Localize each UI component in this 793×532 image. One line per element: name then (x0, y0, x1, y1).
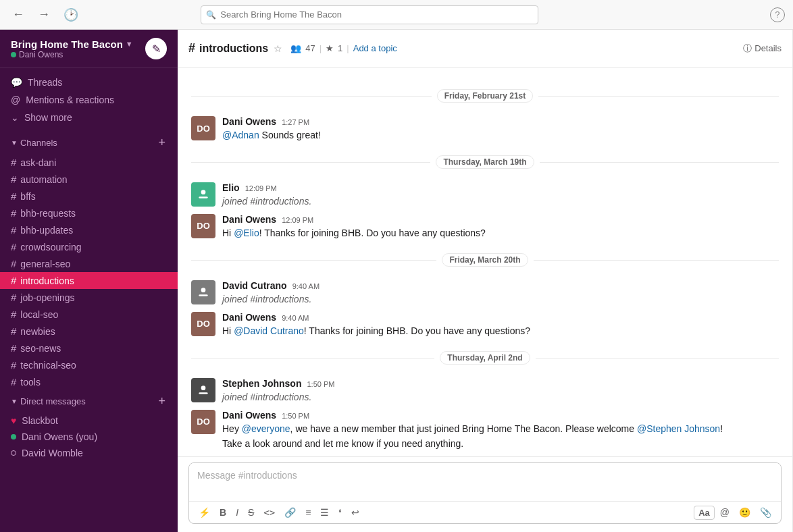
hash-icon: # (11, 325, 16, 337)
message-toolbar: ⚡ B I S <> 🔗 ≡ ☰ ❛ ↩ Aa @ 🙂 📎 (189, 501, 781, 523)
channel-item-bhb-requests[interactable]: # bhb-requests (0, 205, 178, 221)
help-button[interactable]: ? (770, 7, 785, 22)
message-text-2: Take a look around and let me know if yo… (222, 437, 779, 450)
sidebar-item-show-more[interactable]: ⌄ Show more (0, 109, 178, 126)
date-divider-feb21: Friday, February 21st (191, 89, 779, 103)
channels-section: ▼ Channels + # ask-dani # automation # b… (0, 132, 178, 390)
hash-icon: # (11, 258, 16, 269)
svg-rect-5 (199, 393, 207, 395)
join-text: joined #introductions. (222, 390, 779, 404)
blockquote-button[interactable]: ❛ (334, 504, 346, 521)
channel-item-local-seo[interactable]: # local-seo (0, 306, 178, 323)
dm-section: ▼ Direct messages + ♥ Slackbot Dani Owen… (0, 390, 178, 461)
channel-item-seo-news[interactable]: # seo-news (0, 340, 178, 356)
hash-icon: # (11, 157, 16, 168)
message-text: Hi @Elio! Thanks for joining BHB. Do you… (222, 226, 779, 240)
hash-icon: # (11, 224, 16, 236)
undo-button[interactable]: ↩ (347, 504, 363, 521)
compose-button[interactable]: ✎ (145, 38, 167, 59)
main-layout: Bring Home The Bacon ▼ Dani Owens ✎ 💬 Th… (0, 30, 793, 532)
hash-icon: # (11, 292, 16, 303)
message-group-dani-elio: DO Dani Owens 12:09 PM Hi @Elio! Thanks … (178, 211, 792, 242)
attachment-button[interactable]: 📎 (756, 504, 775, 521)
forward-button[interactable]: → (34, 5, 54, 24)
format-toggle-button[interactable]: Aa (694, 506, 715, 520)
svg-rect-1 (199, 197, 207, 199)
link-button[interactable]: 🔗 (280, 504, 300, 521)
bookmark-icon: ★ (326, 43, 334, 53)
sidebar-item-mentions[interactable]: @ Mentions & reactions (0, 91, 178, 109)
ordered-list-button[interactable]: ≡ (301, 504, 315, 521)
workspace-chevron-icon: ▼ (126, 40, 133, 48)
avatar: DO (191, 410, 215, 434)
avatar: DO (191, 214, 215, 238)
add-channel-button[interactable]: + (157, 136, 167, 150)
channel-item-ask-dani[interactable]: # ask-dani (0, 154, 178, 171)
dm-item-david-womble[interactable]: David Womble (0, 445, 178, 461)
message-group: DO Dani Owens 1:27 PM @Adnan Sounds grea… (178, 113, 792, 144)
message-group-dani-david: DO Dani Owens 9:40 AM Hi @David Cutrano!… (178, 309, 792, 340)
italic-button[interactable]: I (232, 504, 242, 521)
hash-icon: # (11, 309, 16, 320)
messages-area: Friday, February 21st DO Dani Owens 1:27… (178, 68, 792, 456)
search-icon: 🔍 (206, 10, 216, 20)
message-input[interactable] (189, 463, 781, 498)
channel-item-bffs[interactable]: # bffs (0, 188, 178, 205)
members-icon: 👥 (290, 43, 301, 53)
join-text: joined #introductions. (222, 194, 779, 208)
channel-header: # introductions ☆ 👥 47 | ★ 1 | Add a top… (178, 30, 792, 68)
emoji-button[interactable]: 🙂 (735, 504, 754, 521)
join-message-stephen: Stephen Johnson 1:50 PM joined #introduc… (178, 375, 792, 406)
hash-icon: # (11, 342, 16, 354)
lightning-button[interactable]: ⚡ (195, 504, 214, 521)
join-message-elio: Elio 12:09 PM joined #introductions. (178, 180, 792, 211)
back-button[interactable]: ← (8, 5, 28, 24)
hash-icon: # (11, 241, 16, 252)
sidebar-item-threads[interactable]: 💬 Threads (0, 74, 178, 91)
svg-point-0 (201, 190, 206, 195)
channels-section-header[interactable]: ▼ Channels + (0, 132, 178, 154)
dm-section-header[interactable]: ▼ Direct messages + (0, 390, 178, 413)
channel-item-newbies[interactable]: # newbies (0, 323, 178, 340)
history-button[interactable]: 🕑 (59, 5, 82, 25)
date-divider-mar20: Friday, March 20th (191, 253, 779, 267)
mention-button[interactable]: @ (716, 504, 734, 521)
search-bar: 🔍 (201, 5, 538, 24)
search-input[interactable] (201, 5, 538, 24)
sidebar-nav-section: 💬 Threads @ Mentions & reactions ⌄ Show … (0, 68, 178, 132)
unordered-list-button[interactable]: ☰ (316, 504, 333, 521)
info-icon: ⓘ (743, 43, 752, 55)
workspace-name[interactable]: Bring Home The Bacon ▼ (11, 38, 145, 50)
dm-item-slackbot[interactable]: ♥ Slackbot (0, 413, 178, 429)
channel-item-general-seo[interactable]: # general-seo (0, 255, 178, 272)
hash-icon: # (11, 190, 16, 202)
hash-icon: # (11, 359, 16, 371)
add-topic-link[interactable]: Add a topic (353, 43, 397, 53)
strikethrough-button[interactable]: S (244, 504, 258, 521)
channel-meta: 👥 47 | ★ 1 | Add a topic (290, 43, 397, 53)
workspace-user: Dani Owens (11, 50, 145, 59)
channel-item-bhb-updates[interactable]: # bhb-updates (0, 221, 178, 238)
code-button[interactable]: <> (259, 504, 279, 521)
avatar (191, 378, 215, 402)
channel-item-technical-seo[interactable]: # technical-seo (0, 356, 178, 373)
message-text: Hey @everyone, we have a new member that… (222, 422, 779, 435)
channel-item-crowdsourcing[interactable]: # crowdsourcing (0, 238, 178, 255)
details-button[interactable]: ⓘ Details (743, 43, 782, 55)
star-button[interactable]: ☆ (274, 43, 282, 54)
svg-point-4 (201, 386, 206, 391)
message-input-area: ⚡ B I S <> 🔗 ≡ ☰ ❛ ↩ Aa @ 🙂 📎 (178, 456, 792, 532)
channel-item-introductions[interactable]: # introductions (0, 272, 178, 289)
channel-item-tools[interactable]: # tools (0, 373, 178, 390)
sidebar: Bring Home The Bacon ▼ Dani Owens ✎ 💬 Th… (0, 30, 178, 532)
add-dm-button[interactable]: + (157, 394, 167, 408)
channel-title: # introductions (188, 41, 268, 55)
chevron-down-icon: ⌄ (11, 112, 19, 123)
dm-item-dani-owens[interactable]: Dani Owens (you) (0, 429, 178, 445)
channel-item-automation[interactable]: # automation (0, 171, 178, 188)
hash-icon: # (11, 376, 16, 388)
hash-icon: # (11, 207, 16, 219)
channel-item-job-openings[interactable]: # job-openings (0, 289, 178, 306)
bold-button[interactable]: B (215, 504, 230, 521)
date-divider-mar19: Thursday, March 19th (191, 155, 779, 169)
